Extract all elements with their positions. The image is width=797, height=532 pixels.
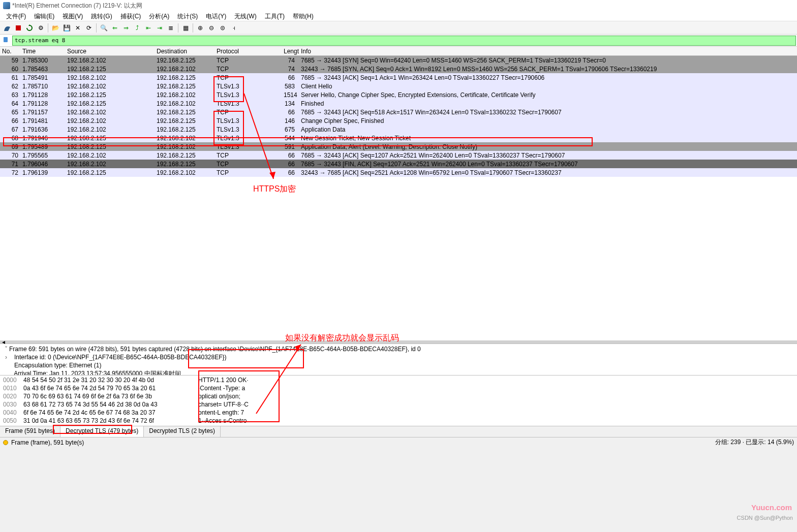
menu-item[interactable]: 电话(Y) (202, 11, 230, 21)
stop-capture-icon[interactable] (13, 23, 23, 33)
packet-row[interactable]: 631.791128192.168.2.125192.168.2.102TLSv… (0, 90, 797, 99)
shark-fin-icon[interactable] (2, 23, 12, 33)
packet-row[interactable]: 671.791636192.168.2.102192.168.2.125TLSv… (0, 125, 797, 134)
menu-item[interactable]: 分析(A) (145, 11, 173, 21)
zoom-out-icon[interactable]: ⊖ (206, 23, 217, 33)
toolbar: ⚙ 📂 💾 ✕ ⟳ 🔍 ⇐ ⇒ ⤴ ⇤ ⇥ ≣ ▦ ⊕ ⊖ ⊜ ⫞ (0, 21, 797, 35)
col-no[interactable]: No. (0, 48, 20, 55)
bytes-tab[interactable]: Frame (591 bytes) (0, 426, 60, 437)
menu-item[interactable]: 统计(S) (173, 11, 202, 21)
packet-details[interactable]: ˅Frame 69: 591 bytes on wire (4728 bits)… (0, 343, 797, 375)
open-file-icon[interactable]: 📂 (50, 23, 60, 33)
col-protocol[interactable]: Protocol (214, 48, 282, 55)
jump-icon[interactable]: ⤴ (132, 23, 142, 33)
watermark: Yuucn.com (751, 503, 792, 512)
go-first-icon[interactable]: ⇤ (143, 23, 154, 33)
menu-item[interactable]: 文件(F) (2, 11, 30, 21)
expert-info-icon[interactable] (3, 440, 8, 445)
packet-row[interactable]: 721.796139192.168.2.125192.168.2.102TCP6… (0, 168, 797, 177)
statusbar: Frame (frame), 591 byte(s) 分组: 239 · 已显示… (0, 437, 797, 447)
bytes-tab[interactable]: Decrypted TLS (479 bytes) (60, 426, 144, 437)
packet-list-header[interactable]: No. Time Source Destination Protocol Len… (0, 47, 797, 56)
packet-row[interactable]: 711.796046192.168.2.102192.168.2.125TCP6… (0, 160, 797, 168)
reload-icon[interactable]: ⟳ (84, 23, 94, 33)
detail-line[interactable]: ˅Frame 69: 591 bytes on wire (4728 bits)… (3, 345, 794, 353)
capture-options-icon[interactable]: ⚙ (36, 23, 46, 33)
filter-bar (0, 35, 797, 47)
zoom-reset-icon[interactable]: ⊜ (218, 23, 228, 33)
packet-row[interactable]: 661.791481192.168.2.102192.168.2.125TLSv… (0, 116, 797, 125)
packet-row[interactable]: 621.785710192.168.2.102192.168.2.125TLSv… (0, 82, 797, 90)
go-last-icon[interactable]: ⇥ (155, 23, 165, 33)
packet-row[interactable]: 691.795489192.168.2.125192.168.2.102TLSv… (0, 142, 797, 151)
packet-row[interactable]: 591.785300192.168.2.102192.168.2.125TCP7… (0, 56, 797, 65)
col-length[interactable]: Lengt (282, 48, 299, 55)
auto-scroll-icon[interactable]: ≣ (166, 23, 176, 33)
packet-row[interactable]: 641.791128192.168.2.125192.168.2.102TLSv… (0, 99, 797, 108)
restart-capture-icon[interactable] (24, 23, 35, 33)
app-icon (3, 2, 10, 9)
menubar: 文件(F)编辑(E)视图(V)跳转(G)捕获(C)分析(A)统计(S)电话(Y)… (0, 11, 797, 21)
annotation-text: 如果没有解密成功就会显示乱码 (285, 333, 399, 343)
hex-line[interactable]: 003063 68 61 72 73 65 74 3d 55 54 46 2d … (3, 401, 794, 409)
go-back-icon[interactable]: ⇐ (110, 23, 120, 33)
svg-rect-1 (4, 37, 8, 42)
detail-line[interactable]: › Interface id: 0 (\Device\NPF_{1AF74E8E… (3, 353, 794, 361)
go-forward-icon[interactable]: ⇒ (121, 23, 131, 33)
menu-item[interactable]: 工具(T) (261, 11, 289, 21)
menu-item[interactable]: 跳转(G) (87, 11, 116, 21)
titlebar: *Intel(R) Ethernet Connection (7) I219-V… (0, 0, 797, 11)
colorize-icon[interactable]: ▦ (180, 23, 191, 33)
hex-line[interactable]: 002070 70 6c 69 63 61 74 69 6f 6e 2f 6a … (3, 393, 794, 401)
packet-row[interactable]: 611.785491192.168.2.102192.168.2.125TCP6… (0, 73, 797, 82)
status-packets: 分组: 239 · 已显示: 14 (5.9%) (715, 438, 794, 447)
hex-line[interactable]: 000048 54 54 50 2f 31 2e 31 20 32 30 30 … (3, 377, 794, 385)
packet-list[interactable]: 591.785300192.168.2.102192.168.2.125TCP7… (0, 56, 797, 340)
status-text: Frame (frame), 591 byte(s) (11, 439, 84, 446)
save-file-icon[interactable]: 💾 (62, 23, 72, 33)
menu-item[interactable]: 帮助(H) (289, 11, 318, 21)
close-file-icon[interactable]: ✕ (73, 23, 83, 33)
menu-item[interactable]: 编辑(E) (30, 11, 58, 21)
window-title: *Intel(R) Ethernet Connection (7) I219-V… (12, 2, 142, 10)
hex-line[interactable]: 00406f 6e 74 65 6e 74 2d 4c 65 6e 67 74 … (3, 409, 794, 417)
packet-row[interactable]: 681.791946192.168.2.125192.168.2.102TLSv… (0, 134, 797, 142)
bookmark-icon[interactable] (2, 36, 11, 45)
packet-row[interactable]: 651.791157192.168.2.102192.168.2.125TCP6… (0, 108, 797, 116)
hex-line[interactable]: 00100a 43 6f 6e 74 65 6e 74 2d 54 79 70 … (3, 385, 794, 393)
zoom-in-icon[interactable]: ⊕ (195, 23, 205, 33)
svg-rect-0 (16, 25, 21, 30)
annotation-text: HTTPS加密 (253, 184, 296, 195)
menu-item[interactable]: 无线(W) (230, 11, 260, 21)
packet-row[interactable]: 601.785463192.168.2.125192.168.2.102TCP7… (0, 65, 797, 73)
resize-columns-icon[interactable]: ⫞ (229, 23, 239, 33)
col-time[interactable]: Time (20, 48, 65, 55)
watermark: CSDN @Sun@Python (737, 515, 793, 521)
menu-item[interactable]: 视图(V) (58, 11, 87, 21)
detail-line[interactable]: Arrival Time: Jan 11, 2023 13:57:34.9565… (3, 369, 794, 375)
find-icon[interactable]: 🔍 (99, 23, 109, 33)
col-info[interactable]: Info (299, 48, 797, 55)
detail-line[interactable]: Encapsulation type: Ethernet (1) (3, 361, 794, 369)
packet-bytes[interactable]: 000048 54 54 50 2f 31 2e 31 20 32 30 30 … (0, 375, 797, 426)
bytes-tabs: Frame (591 bytes)Decrypted TLS (479 byte… (0, 426, 797, 437)
display-filter-input[interactable] (12, 36, 796, 46)
col-destination[interactable]: Destination (155, 48, 214, 55)
hex-line[interactable]: 005031 0d 0a 41 63 63 65 73 73 2d 43 6f … (3, 417, 794, 425)
menu-item[interactable]: 捕获(C) (116, 11, 145, 21)
col-source[interactable]: Source (65, 48, 155, 55)
bytes-tab[interactable]: Decrypted TLS (2 bytes) (144, 426, 221, 437)
packet-row[interactable]: 701.795565192.168.2.102192.168.2.125TCP6… (0, 151, 797, 160)
